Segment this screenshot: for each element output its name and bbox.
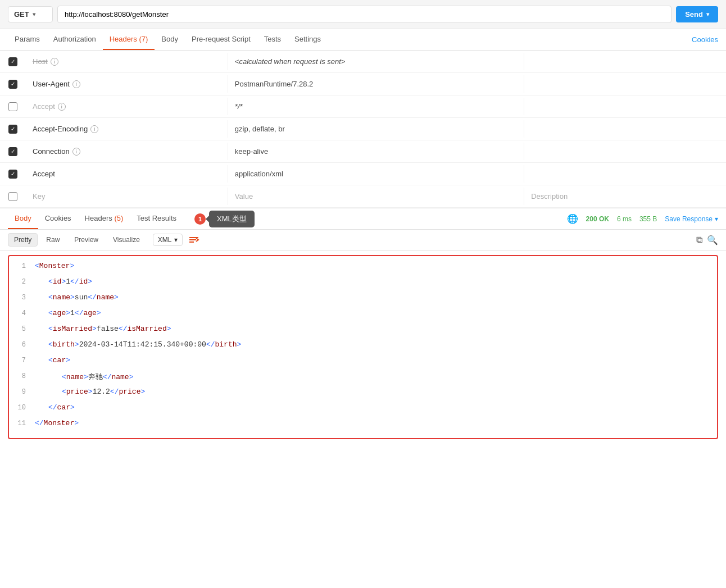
value-cell-accept2: application/xml: [228, 165, 524, 183]
send-button[interactable]: Send ▾: [676, 6, 718, 22]
line-num-2: 2: [9, 277, 35, 286]
code-line-9: 9 <price>12.2</price>: [9, 386, 717, 402]
header-row-accept-encoding: Accept-Encoding i gzip, deflate, br: [0, 118, 726, 140]
status-ok: 200 OK: [586, 215, 609, 223]
code-lines: 1 <Monster> 2 <id>1</id> 3 <name>sun</na…: [9, 256, 717, 438]
desc-cell-accept-encoding: [524, 125, 726, 134]
host-info-icon: i: [51, 58, 58, 66]
checkbox-host[interactable]: [8, 57, 17, 66]
user-agent-key-label: User-Agent: [33, 80, 70, 88]
format-bar-right: ⧉ 🔍: [696, 235, 718, 245]
request-tabs-bar: Params Authorization Headers (7) Body Pr…: [0, 29, 726, 51]
tab-cookies[interactable]: Cookies: [692, 30, 718, 49]
method-chevron-icon: ▾: [33, 11, 35, 17]
tab-headers[interactable]: Headers (7): [103, 29, 155, 50]
format-btn-raw[interactable]: Raw: [40, 233, 66, 247]
response-status-area: 🌐 200 OK 6 ms 355 B Save Response ▾: [567, 213, 718, 224]
tooltip-badge[interactable]: 1: [194, 213, 206, 225]
header-row-accept1: Accept i */*: [0, 95, 726, 118]
desc-cell-accept2: [524, 170, 726, 179]
code-line-4: 4 <age>1</age>: [9, 308, 717, 323]
line-num-3: 3: [9, 293, 35, 302]
checkbox-connection[interactable]: [8, 147, 17, 156]
line-content-1: <Monster>: [35, 262, 717, 270]
key-cell-accept-encoding: Accept-Encoding i: [26, 120, 228, 138]
value-cell-connection: keep-alive: [228, 143, 524, 160]
send-chevron-icon: ▾: [706, 11, 709, 17]
line-content-10: </car>: [35, 403, 717, 412]
tab-settings[interactable]: Settings: [288, 29, 328, 50]
value-cell-accept1: */*: [228, 98, 524, 115]
tab-headers-label: Headers: [110, 35, 137, 43]
headers-table: Host i <calculated when request is sent>…: [0, 51, 726, 208]
checkbox-accept1[interactable]: [8, 102, 17, 111]
desc-placeholder-label: Description: [531, 192, 568, 200]
line-content-6: <birth>2024-03-14T11:42:15.340+00:00</bi…: [35, 340, 717, 349]
format-btn-preview[interactable]: Preview: [68, 233, 105, 247]
check-cell-accept-encoding: [0, 125, 26, 134]
checkbox-placeholder[interactable]: [8, 192, 17, 201]
key-cell-accept1: Accept i: [26, 98, 228, 115]
tab-prerequest[interactable]: Pre-request Script: [185, 29, 257, 50]
line-num-11: 11: [9, 419, 35, 427]
response-tab-cookies[interactable]: Cookies: [38, 208, 78, 229]
tooltip-box: XML类型: [209, 211, 255, 227]
key-placeholder-label: Key: [33, 192, 45, 200]
host-key-label: Host: [33, 57, 48, 66]
xml-selector-label: XML: [158, 236, 172, 244]
tab-body[interactable]: Body: [155, 29, 185, 50]
line-num-8: 8: [9, 372, 35, 380]
accept-encoding-info-icon: i: [90, 125, 98, 133]
tab-tests[interactable]: Tests: [257, 29, 288, 50]
method-selector[interactable]: GET ▾: [8, 6, 53, 22]
code-line-7: 7 <car>: [9, 355, 717, 371]
key-cell-placeholder[interactable]: Key: [26, 188, 228, 205]
value-cell-host: <calculated when request is sent>: [228, 53, 524, 70]
header-row-placeholder: Key Value Description: [0, 185, 726, 208]
code-line-6: 6 <birth>2024-03-14T11:42:15.340+00:00</…: [9, 339, 717, 355]
line-num-6: 6: [9, 340, 35, 349]
check-cell-user-agent: [0, 80, 26, 89]
checkbox-accept-encoding[interactable]: [8, 125, 17, 134]
tab-params[interactable]: Params: [8, 29, 47, 50]
response-tab-headers[interactable]: Headers (5): [78, 208, 130, 229]
accept-encoding-key-label: Accept-Encoding: [33, 125, 88, 133]
url-input[interactable]: [57, 6, 671, 23]
check-cell-accept1: [0, 102, 26, 111]
desc-cell-user-agent: [524, 80, 726, 89]
method-label: GET: [14, 10, 29, 19]
code-line-10: 10 </car>: [9, 402, 717, 418]
header-row-accept2: Accept application/xml: [0, 163, 726, 185]
value-cell-placeholder[interactable]: Value: [228, 188, 524, 205]
save-response-button[interactable]: Save Response ▾: [665, 215, 718, 223]
code-line-5: 5 <isMarried>false</isMarried>: [9, 323, 717, 339]
check-cell-host: [0, 57, 26, 66]
line-content-5: <isMarried>false</isMarried>: [35, 325, 717, 333]
line-num-10: 10: [9, 403, 35, 412]
format-btn-visualize[interactable]: Visualize: [107, 233, 146, 247]
check-cell-placeholder: [0, 192, 26, 201]
line-content-3: <name>sun</name>: [35, 293, 717, 302]
response-tab-body[interactable]: Body: [8, 208, 38, 229]
line-num-5: 5: [9, 325, 35, 333]
desc-cell-host: [524, 57, 726, 66]
line-num-4: 4: [9, 309, 35, 317]
format-btn-pretty[interactable]: Pretty: [8, 233, 38, 247]
status-time: 6 ms: [617, 215, 632, 223]
header-row-connection: Connection i keep-alive: [0, 140, 726, 163]
header-row-user-agent: User-Agent i PostmanRuntime/7.28.2: [0, 73, 726, 95]
tab-headers-badge: (7): [139, 35, 148, 43]
copy-icon[interactable]: ⧉: [696, 235, 702, 245]
tab-authorization[interactable]: Authorization: [47, 29, 103, 50]
xml-selector-chevron-icon: ▾: [174, 236, 178, 244]
wrap-icon[interactable]: [188, 235, 199, 244]
key-cell-connection: Connection i: [26, 143, 228, 160]
xml-format-selector[interactable]: XML ▾: [153, 234, 183, 246]
checkbox-accept2[interactable]: [8, 170, 17, 179]
search-icon[interactable]: 🔍: [707, 235, 718, 245]
desc-cell-accept1: [524, 102, 726, 111]
checkbox-user-agent[interactable]: [8, 80, 17, 89]
response-tab-testresults[interactable]: Test Results: [130, 208, 183, 229]
line-content-2: <id>1</id>: [35, 277, 717, 286]
desc-cell-placeholder[interactable]: Description: [524, 188, 726, 205]
